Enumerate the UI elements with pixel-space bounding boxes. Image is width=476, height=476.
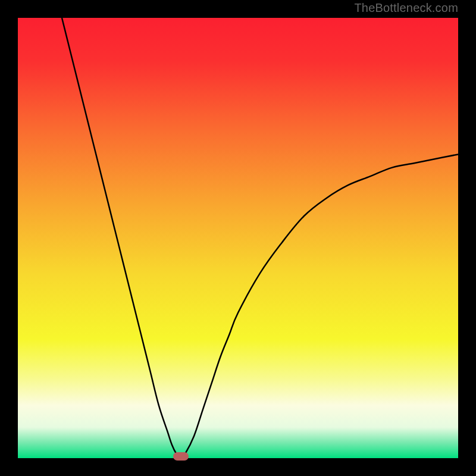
chart-frame [18,18,458,458]
watermark-text: TheBottleneck.com [354,1,458,15]
gradient-background [18,18,458,458]
optimum-marker [173,452,189,461]
bottleneck-chart [18,18,458,458]
